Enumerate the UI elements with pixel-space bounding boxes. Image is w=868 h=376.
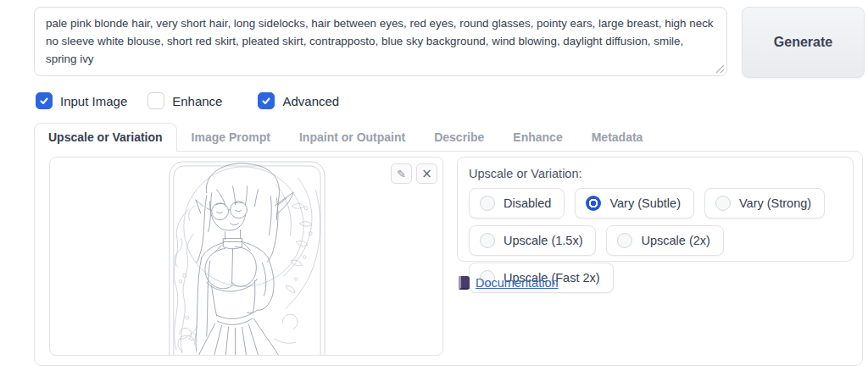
radio-label: Upscale (1.5x)	[504, 234, 582, 247]
radio-label: Upscale (2x)	[641, 234, 709, 247]
generate-button[interactable]: Generate	[742, 7, 865, 78]
tab-inpaint-or-outpaint[interactable]: Inpaint or Outpaint	[285, 123, 420, 152]
close-icon: ×	[421, 166, 432, 181]
tab-image-prompt[interactable]: Image Prompt	[177, 123, 285, 152]
radio-upscale-2x[interactable]: Upscale (2x)	[606, 225, 723, 256]
radio-circle-icon	[617, 233, 632, 248]
clear-image-button[interactable]: ×	[416, 163, 437, 184]
advanced-checkbox[interactable]	[258, 92, 275, 109]
input-image-preview-box[interactable]: ✎ ×	[49, 157, 443, 356]
enhance-label: Enhance	[172, 94, 222, 108]
radio-circle-icon	[480, 233, 495, 248]
radio-upscale-1-5x[interactable]: Upscale (1.5x)	[469, 225, 596, 256]
upscale-variation-panel: ✎ × Upscale or Variation: Disabled Vary …	[34, 151, 863, 366]
radio-label: Vary (Subtle)	[609, 196, 681, 210]
input-image	[147, 158, 346, 355]
prompt-box: pale pink blonde hair, very short hair, …	[34, 7, 727, 76]
radio-disabled[interactable]: Disabled	[469, 188, 565, 218]
radio-circle-icon	[715, 196, 731, 211]
radio-circle-icon	[586, 196, 601, 211]
toggle-enhance[interactable]: Enhance	[147, 92, 222, 109]
toggle-input-image[interactable]: Input Image	[36, 92, 127, 109]
preview-actions: ✎ ×	[391, 163, 437, 184]
tab-bar: Upscale or Variation Image Prompt Inpain…	[34, 123, 657, 152]
pencil-icon: ✎	[397, 168, 406, 180]
prompt-input[interactable]: pale pink blonde hair, very short hair, …	[34, 7, 727, 76]
check-icon	[39, 96, 49, 106]
tab-enhance[interactable]: Enhance	[498, 123, 576, 152]
tab-describe[interactable]: Describe	[420, 123, 498, 152]
upscale-options-label: Upscale or Variation:	[469, 167, 842, 180]
radio-label: Vary (Strong)	[739, 196, 811, 210]
tab-upscale-or-variation[interactable]: Upscale or Variation	[34, 123, 177, 152]
toggle-advanced[interactable]: Advanced	[258, 92, 339, 109]
edit-image-button[interactable]: ✎	[391, 163, 412, 184]
upscale-options-group: Upscale or Variation: Disabled Vary (Sub…	[457, 157, 854, 262]
book-icon	[459, 276, 470, 290]
input-image-checkbox[interactable]	[36, 92, 53, 109]
toggle-row: Input Image Enhance Advanced	[36, 91, 339, 111]
enhance-checkbox[interactable]	[147, 92, 164, 109]
advanced-label: Advanced	[282, 94, 339, 108]
radio-label: Disabled	[504, 196, 551, 210]
documentation-row: Documentation	[459, 276, 559, 290]
tab-metadata[interactable]: Metadata	[577, 123, 658, 152]
radio-circle-icon	[480, 196, 495, 211]
check-icon	[261, 96, 271, 106]
fooocus-app: pale pink blonde hair, very short hair, …	[0, 0, 868, 376]
radio-vary-subtle[interactable]: Vary (Subtle)	[575, 188, 694, 218]
input-image-label: Input Image	[60, 94, 127, 108]
documentation-link[interactable]: Documentation	[476, 276, 559, 290]
radio-vary-strong[interactable]: Vary (Strong)	[704, 188, 825, 218]
